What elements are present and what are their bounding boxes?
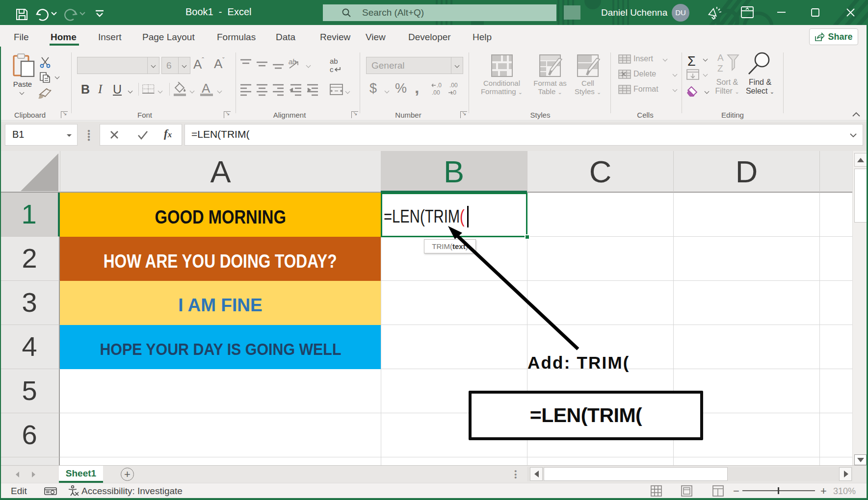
svg-text:A: A [717, 53, 724, 63]
svg-text:ab: ab [330, 57, 338, 65]
svg-text:.0: .0 [437, 82, 442, 89]
svg-text:.00: .00 [449, 82, 458, 89]
svg-text:Z: Z [717, 63, 723, 74]
svg-text:.00: .00 [432, 89, 440, 96]
svg-text:c: c [330, 65, 334, 74]
